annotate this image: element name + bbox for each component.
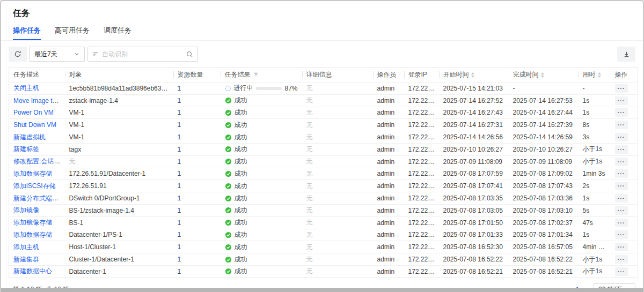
cell-resource-count: 1 — [173, 180, 221, 192]
table-row: 添加数据存储172.26.51.91/Datacenter-11成功无admin… — [9, 168, 638, 180]
table-row: 新建分布式端口组DSwitch 0/DPortGroup-11成功无admin1… — [9, 192, 638, 205]
cell-resource-count: 1 — [173, 143, 221, 155]
prev-page-button[interactable]: < — [565, 286, 571, 292]
cell-resource-count: 1 — [173, 107, 221, 119]
cell-operator: admin — [373, 229, 404, 241]
column-header-task-result[interactable]: 任务结果 — [221, 68, 302, 83]
cell-object: 1ec5b581b98d4a11ad3896eb63a41ae4 — [65, 83, 173, 95]
cell-operator: admin — [373, 94, 404, 107]
download-icon — [623, 51, 630, 58]
tab-operation-tasks[interactable]: 操作任务 — [13, 26, 41, 40]
status-label: 成功 — [235, 121, 247, 130]
cell-operator: admin — [373, 168, 404, 180]
task-description-link[interactable]: 新建集群 — [13, 256, 39, 263]
cell-duration: 小于1s — [579, 143, 611, 155]
more-actions-button[interactable]: ··· — [615, 230, 628, 239]
page-size-select[interactable]: 20 项/页 — [594, 283, 635, 292]
cell-start-time: 2025-07-08 16:52:22 — [439, 253, 509, 266]
sort-carets-icon[interactable] — [598, 72, 601, 78]
cell-task-result: 成功 — [221, 216, 302, 229]
cell-login-ip: 172.22.2... — [404, 131, 439, 144]
cell-duration: 1s — [579, 229, 611, 241]
cell-actions: ··· — [611, 180, 638, 192]
more-actions-button[interactable]: ··· — [615, 219, 628, 227]
more-actions-button[interactable]: ··· — [615, 194, 628, 203]
cell-operator: admin — [373, 241, 404, 253]
more-actions-button[interactable]: ··· — [615, 206, 628, 215]
cell-resource-count: 1 — [173, 131, 221, 144]
progress-bar — [256, 87, 282, 90]
task-description-link[interactable]: 新建标签 — [13, 145, 39, 153]
more-actions-button[interactable]: ··· — [615, 121, 628, 129]
more-actions-button[interactable]: ··· — [615, 255, 628, 264]
task-description-link[interactable]: 关闭主机 — [13, 84, 39, 92]
cell-task-result: 成功 — [221, 143, 302, 155]
cell-task-result: 成功 — [221, 168, 302, 180]
task-description-link[interactable]: 新建虚拟机 — [13, 133, 46, 141]
more-actions-button[interactable]: ··· — [615, 145, 628, 154]
cell-task-desc: 新建分布式端口组 — [9, 192, 65, 205]
cell-detail-info: 无 — [302, 107, 373, 119]
refresh-button[interactable] — [9, 47, 27, 62]
page-number[interactable]: 1 — [575, 286, 579, 292]
cell-duration: - — [579, 83, 611, 95]
cell-detail-info: 无 — [302, 265, 373, 278]
column-header-start-time[interactable]: 开始时间 — [439, 68, 509, 83]
task-description-link[interactable]: 添加数据存储 — [13, 231, 52, 238]
cell-task-desc: 添加数据存储 — [9, 229, 65, 241]
more-actions-button[interactable]: ··· — [615, 108, 628, 117]
task-description-link[interactable]: 添加iSCSI存储 — [13, 182, 56, 190]
sort-carets-icon[interactable] — [541, 72, 544, 78]
status-label: 成功 — [235, 218, 247, 227]
more-actions-button[interactable]: ··· — [615, 243, 628, 251]
task-description-link[interactable]: 添加主机 — [13, 243, 39, 251]
cell-login-ip: 172.22.2... — [404, 265, 439, 278]
task-description-link[interactable]: 新建数据中心 — [13, 267, 52, 275]
column-header-duration[interactable]: 用时 — [579, 68, 611, 83]
cell-duration: 3s — [579, 131, 611, 144]
column-header-resource-count: 资源数量 — [173, 68, 221, 83]
more-actions-button[interactable]: ··· — [615, 182, 628, 190]
cell-task-result: 成功 — [221, 107, 302, 119]
more-actions-button[interactable]: ··· — [615, 133, 628, 141]
task-description-link[interactable]: Shut Down VM — [13, 121, 56, 129]
more-actions-button[interactable]: ··· — [615, 267, 628, 276]
cell-operator: admin — [373, 143, 404, 155]
tab-scheduled-tasks[interactable]: 调度任务 — [104, 26, 131, 40]
task-description-link[interactable]: Power On VM — [13, 109, 54, 116]
cell-actions: ··· — [611, 168, 638, 180]
column-header-end-time[interactable]: 完成时间 — [509, 68, 579, 83]
task-description-link[interactable]: 新建分布式端口组 — [13, 194, 65, 202]
column-label: 开始时间 — [443, 71, 469, 78]
filter-funnel-icon[interactable] — [253, 71, 259, 79]
cell-detail-info: 无 — [302, 204, 373, 216]
search-icon[interactable] — [186, 51, 193, 58]
task-description-link[interactable]: 添加镜像存储 — [13, 219, 52, 226]
cell-start-time: 2025-07-08 17:03:35 — [439, 192, 509, 205]
export-button[interactable] — [617, 47, 635, 62]
table-row: 添加镜像BS-1/zstack-image-1.41成功无admin172.22… — [9, 204, 638, 216]
task-description-link[interactable]: 添加数据存储 — [13, 170, 52, 177]
more-actions-button[interactable]: ··· — [615, 158, 628, 166]
cell-duration: 4min 35s — [579, 241, 611, 253]
success-check-icon — [225, 244, 232, 251]
search-input[interactable] — [102, 50, 183, 58]
more-actions-button[interactable]: ··· — [615, 96, 628, 105]
cell-operator: admin — [373, 192, 404, 205]
task-description-link[interactable]: Move Image to Rec... — [13, 97, 65, 104]
cell-operator: admin — [373, 107, 404, 119]
more-actions-button[interactable]: ··· — [615, 169, 628, 178]
tab-ha-tasks[interactable]: 高可用任务 — [55, 26, 90, 40]
cell-login-ip: 172.22.2... — [404, 155, 439, 168]
cell-actions: ··· — [611, 204, 638, 216]
time-range-select[interactable]: 最近7天 — [29, 47, 85, 62]
more-actions-button[interactable]: ··· — [615, 84, 628, 93]
toolbar: 最近7天 — [1, 41, 643, 67]
next-page-button[interactable]: > — [583, 286, 589, 292]
task-description-link[interactable]: 修改配置:会话超时... — [13, 158, 65, 165]
sort-carets-icon[interactable] — [471, 72, 474, 78]
column-label: 操作 — [615, 71, 628, 78]
task-description-link[interactable]: 添加镜像 — [13, 206, 39, 214]
cell-actions: ··· — [611, 253, 638, 266]
cell-login-ip: 172.22.2... — [404, 83, 439, 95]
